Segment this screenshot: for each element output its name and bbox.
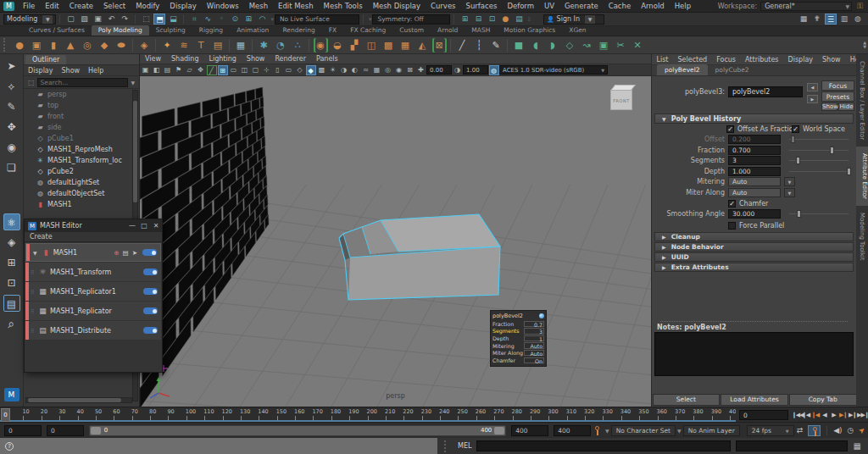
outliner-item-mash1[interactable]: ▮MASH1	[24, 199, 139, 210]
lock-workspace-icon[interactable]: ⚿	[857, 2, 863, 11]
range-end-handle[interactable]	[494, 427, 504, 435]
paint-select-tool-icon[interactable]: ✎	[3, 98, 20, 115]
shelf-tab-rigging[interactable]: Rigging	[192, 25, 230, 36]
time-slider[interactable]: 0102030405060708090100110120130140150160…	[0, 407, 868, 422]
shelf-tab-rendering[interactable]: Rendering	[275, 25, 321, 36]
select-camera-icon[interactable]: ▣	[141, 65, 151, 75]
add-node-icon[interactable]: ⊕	[114, 249, 119, 257]
mash-node-mash1_replicator1[interactable]: ⠿▦MASH1_Replicator1	[25, 282, 161, 301]
viewport-scene[interactable]: FRONT polyBevel2 Fraction0.7Segments3Dep…	[140, 76, 651, 407]
chevron-down-icon[interactable]: ▾	[270, 16, 273, 23]
in-view-editor-row-fraction[interactable]: Fraction0.7	[492, 320, 544, 328]
scale-tool-icon[interactable]: ❏	[3, 159, 20, 176]
close-icon[interactable]: ✕	[150, 222, 162, 230]
sign-in-dropdown[interactable]: 👤Sign In▼	[543, 14, 604, 25]
filter-icon[interactable]: ⬚	[28, 79, 35, 86]
save-scene-icon[interactable]: ▣	[92, 14, 103, 25]
beveled-cube-object[interactable]	[339, 214, 500, 300]
mel-label[interactable]: MEL	[458, 442, 471, 450]
image-plane-icon[interactable]: ▱	[185, 65, 195, 75]
render-current-frame-icon[interactable]: ⊟	[472, 14, 484, 25]
resolution-gate-icon[interactable]: ◫	[240, 65, 250, 75]
view-cube[interactable]: FRONT	[610, 83, 637, 114]
menu-deform[interactable]: Deform	[502, 0, 539, 13]
in-view-editor-row-mitering[interactable]: MiteringAuto	[492, 342, 544, 350]
attr-field-smoothing-angle[interactable]: 30.000	[728, 209, 781, 219]
mute-audio-icon[interactable]: ◀)	[833, 426, 842, 435]
exposure-field[interactable]: 0.00	[426, 65, 452, 75]
snap-grid-icon[interactable]: ⌗	[188, 14, 200, 25]
in-view-editor-row-segments[interactable]: Segments3	[492, 328, 544, 335]
in-view-editor-row-miter-along[interactable]: Miter AlongAuto	[492, 349, 544, 357]
outliner-menu-display[interactable]: Display	[24, 64, 58, 77]
ao-icon[interactable]: ◐	[350, 65, 360, 75]
viewport-menu-lighting[interactable]: Lighting	[203, 54, 241, 64]
outliner-item-front[interactable]: ▰front	[24, 111, 139, 122]
world-space-checkbox[interactable]: ✓World Space	[792, 125, 845, 133]
poly-cone-icon[interactable]: ▲	[64, 38, 78, 53]
view-cube-front-face[interactable]: FRONT	[610, 90, 632, 110]
outliner-item-defaultlightset[interactable]: ◍defaultLightSet	[24, 177, 139, 188]
select-hierarchy-icon[interactable]: ⬚	[140, 14, 152, 25]
safe-action-icon[interactable]: ▯	[273, 65, 283, 75]
super-shape-icon[interactable]: ◈	[137, 38, 152, 53]
maximize-icon[interactable]: □	[138, 222, 150, 230]
camera-attrs-icon[interactable]: ▤	[163, 65, 173, 75]
chevron-down-icon[interactable]: ▼	[784, 177, 795, 186]
curve-snap-icon[interactable]: ✎	[489, 38, 504, 53]
command-line-handle[interactable]	[444, 440, 449, 452]
help-icon[interactable]: ?	[5, 442, 14, 451]
workspace-dropdown[interactable]: General*▼	[760, 2, 852, 11]
ae-tab-polybevel2[interactable]: polyBevel2	[657, 64, 708, 75]
origin-icon[interactable]: ∴	[291, 38, 305, 53]
step-back-frame-button[interactable]: ❙◀	[801, 409, 810, 421]
mash-falloff-icon[interactable]: ◭	[415, 38, 430, 53]
motion-blur-icon[interactable]: ≈	[361, 65, 371, 75]
notes-splitter[interactable]	[660, 321, 848, 322]
film-gate-icon[interactable]: ▭	[229, 65, 239, 75]
bool-panel-icon[interactable]: ▣	[597, 38, 611, 53]
auto-keyframe-icon[interactable]	[808, 425, 821, 436]
lasso-tool-icon[interactable]: ⟡	[3, 78, 20, 95]
menu-generate[interactable]: Generate	[559, 0, 604, 13]
mash-tool-icon[interactable]: ⚛	[3, 213, 20, 230]
curve-pencil-icon[interactable]: ╱	[455, 38, 470, 53]
mash-node-mash1_replicator[interactable]: ⠿▦MASH1_Replicator	[25, 302, 161, 320]
menu-edit-mesh[interactable]: Edit Mesh	[273, 0, 319, 13]
render-view-icon[interactable]: ⊞	[459, 14, 470, 25]
chevron-down-icon[interactable]: ▼	[784, 188, 795, 197]
shelf-tab-mash[interactable]: MASH	[465, 25, 497, 36]
shelf-tab-sculpting[interactable]: Sculpting	[149, 25, 192, 36]
sweep-mesh-icon[interactable]: ≋	[177, 38, 192, 53]
node-enabled-toggle[interactable]	[143, 269, 158, 275]
pose-editor-icon[interactable]: ✟	[811, 14, 823, 25]
render-settings-icon[interactable]: ●	[499, 14, 511, 25]
notes-textarea[interactable]	[654, 332, 854, 376]
attr-slider-fraction[interactable]	[787, 146, 850, 155]
menu-mesh[interactable]: Mesh	[244, 0, 273, 13]
snap-curve-icon[interactable]: ∿	[202, 14, 214, 25]
evaluation-mode-icon[interactable]: ➤	[857, 425, 867, 436]
mash-distribute-icon[interactable]: ◒	[331, 38, 345, 53]
gamma-icon[interactable]: ◑	[453, 65, 463, 75]
new-scene-icon[interactable]: ▢	[64, 14, 76, 25]
in-view-editor-row-depth[interactable]: Depth1	[492, 335, 544, 342]
shelf-tab-xgen[interactable]: XGen	[562, 25, 593, 36]
play-forwards-button[interactable]: ▶	[829, 409, 838, 421]
poly-torus-icon[interactable]: ◎	[81, 38, 95, 53]
current-frame-marker[interactable]: 0	[1, 408, 10, 422]
step-forward-frame-button[interactable]: ▶❙	[848, 409, 857, 421]
bool-slice-icon[interactable]: ◇	[563, 38, 577, 53]
shelf-tab-fx-caching[interactable]: FX Caching	[343, 25, 392, 36]
mash-node-mash1[interactable]: ▼▮MASH1⊕▤➤	[25, 243, 161, 262]
current-frame-field[interactable]: 0	[739, 410, 788, 420]
textured-icon[interactable]: ▩	[317, 65, 327, 75]
attr-dropdown-miter-along[interactable]: Auto	[728, 188, 781, 197]
joints-xray-icon[interactable]: ✚	[416, 65, 426, 75]
outliner-item-defaultobjectset[interactable]: ◍defaultObjectSet	[24, 188, 139, 199]
attr-slider-smoothing-angle[interactable]	[787, 209, 850, 219]
projection-icon[interactable]: ✱	[257, 38, 271, 53]
viewport-canvas[interactable]	[140, 76, 651, 407]
chevron-down-icon[interactable]: ▼	[605, 428, 609, 434]
poly-bevel-history-section[interactable]: ▼ Poly Bevel History	[654, 114, 854, 124]
